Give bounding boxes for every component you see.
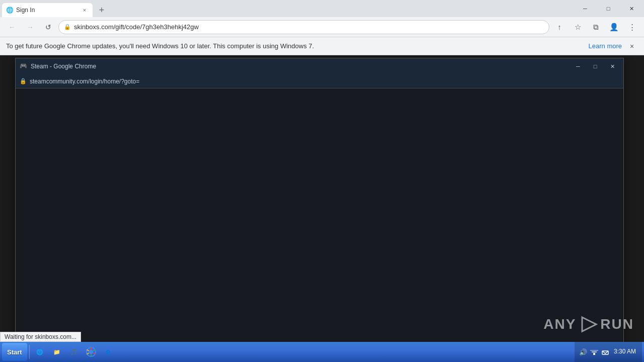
taskbar: Start 🌐 📁 🎵	[0, 342, 644, 362]
address-input[interactable]	[74, 23, 544, 31]
minimize-button[interactable]: ─	[574, 1, 597, 17]
back-button[interactable]: ←	[4, 19, 20, 35]
bookmark-button[interactable]: ☆	[570, 19, 586, 35]
taskbar-item-edge[interactable]: e	[100, 344, 116, 360]
ie-icon: 🌐	[35, 347, 45, 357]
tray-clock[interactable]: 3:30 AM	[612, 348, 638, 356]
steam-url-text: steamcommunity.com/login/home/?goto=	[30, 78, 139, 85]
anyrun-icon	[578, 314, 598, 334]
browser-toolbar: ← → ↺ 🔒 ↑ ☆ ⧉ 👤 ⋮	[0, 17, 644, 37]
info-bar: To get future Google Chrome updates, you…	[0, 37, 644, 55]
close-button[interactable]: ✕	[620, 1, 643, 17]
anyrun-subtext: RUN	[600, 316, 634, 332]
title-bar: 🌐 Sign In × + ─ □ ✕	[0, 0, 644, 17]
menu-button[interactable]: ⋮	[624, 19, 640, 35]
window-controls: ─ □ ✕	[574, 0, 644, 17]
svg-rect-4	[592, 351, 597, 352]
browser-tab-active[interactable]: 🌐 Sign In ×	[2, 3, 93, 17]
info-bar-close-button[interactable]: ×	[626, 40, 638, 52]
steam-maximize-button[interactable]: □	[588, 60, 602, 72]
status-text: Waiting for skinboxs.com...	[5, 333, 76, 340]
steam-content-area	[16, 88, 623, 354]
tab-close-button[interactable]: ×	[80, 6, 89, 14]
reload-button[interactable]: ↺	[40, 19, 56, 35]
steam-close-button[interactable]: ✕	[605, 60, 619, 72]
tray-speaker-icon[interactable]: 🔊	[579, 347, 588, 356]
share-button[interactable]: ↑	[551, 19, 568, 35]
new-tab-button[interactable]: +	[95, 3, 109, 17]
forward-button[interactable]: →	[22, 19, 38, 35]
tab-favicon: 🌐	[6, 7, 13, 14]
tab-strip: 🌐 Sign In × +	[0, 0, 574, 17]
svg-marker-0	[582, 317, 596, 331]
steam-minimize-button[interactable]: ─	[571, 60, 585, 72]
taskbar-tray: 🔊 3:30 AM	[575, 342, 642, 362]
status-bar: Waiting for skinboxs.com...	[0, 332, 81, 342]
lock-icon: 🔒	[64, 24, 71, 30]
taskbar-item-explorer[interactable]: 📁	[49, 344, 65, 360]
left-strip-artifact	[0, 55, 14, 362]
tray-notification-icon[interactable]	[601, 347, 610, 356]
maximize-button[interactable]: □	[597, 1, 620, 17]
info-bar-message: To get future Google Chrome updates, you…	[6, 42, 585, 50]
taskbar-item-ie[interactable]: 🌐	[32, 344, 48, 360]
profile-button[interactable]: 👤	[606, 19, 622, 35]
page-content: 🎮 Steam - Google Chrome ─ □ ✕ 🔒 steamcom…	[0, 55, 644, 362]
tray-time-text: 3:30 AM	[614, 348, 636, 356]
start-button[interactable]: Start	[2, 343, 27, 361]
steam-lock-icon: 🔒	[20, 78, 27, 84]
steam-titlebar: 🎮 Steam - Google Chrome ─ □ ✕	[16, 58, 623, 74]
svg-point-2	[89, 350, 93, 354]
split-button[interactable]: ⧉	[588, 19, 604, 35]
steam-favicon: 🎮	[20, 62, 28, 70]
learn-more-link[interactable]: Learn more	[589, 42, 622, 50]
tray-network-icon[interactable]	[590, 347, 599, 356]
svg-rect-5	[590, 350, 598, 351]
steam-address-bar: 🔒 steamcommunity.com/login/home/?goto=	[16, 74, 623, 88]
media-icon: 🎵	[69, 347, 79, 357]
chrome-icon	[86, 347, 96, 357]
edge-icon: e	[103, 347, 113, 357]
steam-popup-window: 🎮 Steam - Google Chrome ─ □ ✕ 🔒 steamcom…	[15, 58, 624, 354]
steam-title-text: Steam - Google Chrome	[31, 63, 568, 70]
taskbar-item-chrome[interactable]	[83, 344, 99, 360]
tab-title: Sign In	[16, 7, 77, 14]
address-bar[interactable]: 🔒	[58, 20, 549, 34]
svg-rect-3	[593, 353, 595, 355]
anyrun-text: ANY	[543, 316, 576, 332]
anyrun-watermark: ANY RUN	[543, 314, 634, 334]
taskbar-item-media[interactable]: 🎵	[66, 344, 82, 360]
taskbar-separator	[29, 345, 30, 359]
start-label: Start	[7, 348, 22, 356]
explorer-icon: 📁	[52, 347, 62, 357]
chrome-window: 🌐 Sign In × + ─ □ ✕ ← → ↺ 🔒 ↑ ☆ ⧉ 👤 ⋮ To…	[0, 0, 644, 362]
